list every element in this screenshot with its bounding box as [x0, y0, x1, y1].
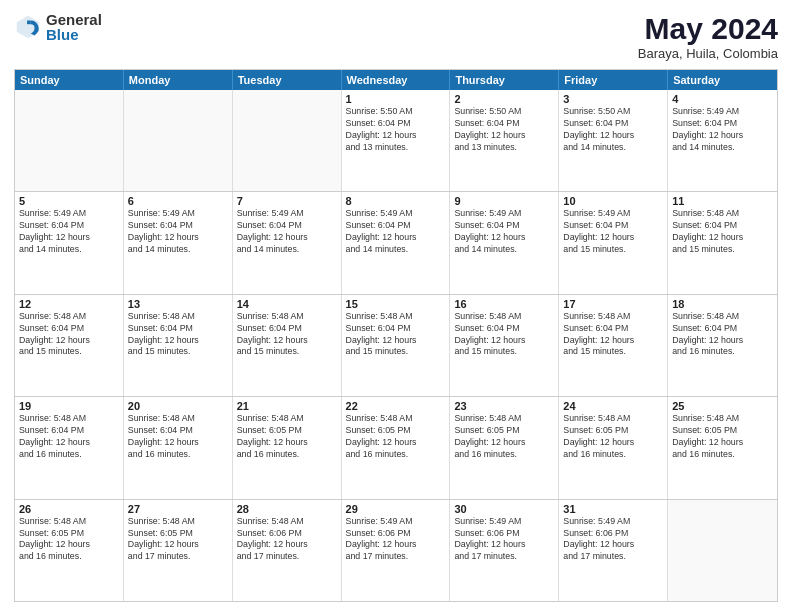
calendar-header-row: SundayMondayTuesdayWednesdayThursdayFrid…: [15, 70, 777, 90]
calendar-cell: 2Sunrise: 5:50 AM Sunset: 6:04 PM Daylig…: [450, 90, 559, 191]
day-number: 26: [19, 503, 119, 515]
header: General Blue May 2024 Baraya, Huila, Col…: [14, 12, 778, 61]
calendar-cell: 17Sunrise: 5:48 AM Sunset: 6:04 PM Dayli…: [559, 295, 668, 396]
day-number: 12: [19, 298, 119, 310]
calendar-cell: 10Sunrise: 5:49 AM Sunset: 6:04 PM Dayli…: [559, 192, 668, 293]
calendar-cell: 28Sunrise: 5:48 AM Sunset: 6:06 PM Dayli…: [233, 500, 342, 601]
day-number: 11: [672, 195, 773, 207]
calendar-header-cell: Wednesday: [342, 70, 451, 90]
main-title: May 2024: [638, 12, 778, 46]
cell-info: Sunrise: 5:49 AM Sunset: 6:04 PM Dayligh…: [672, 106, 773, 154]
calendar-cell: 25Sunrise: 5:48 AM Sunset: 6:05 PM Dayli…: [668, 397, 777, 498]
day-number: 22: [346, 400, 446, 412]
calendar: SundayMondayTuesdayWednesdayThursdayFrid…: [14, 69, 778, 602]
cell-info: Sunrise: 5:48 AM Sunset: 6:05 PM Dayligh…: [237, 413, 337, 461]
calendar-cell: 3Sunrise: 5:50 AM Sunset: 6:04 PM Daylig…: [559, 90, 668, 191]
day-number: 27: [128, 503, 228, 515]
day-number: 30: [454, 503, 554, 515]
day-number: 1: [346, 93, 446, 105]
cell-info: Sunrise: 5:49 AM Sunset: 6:04 PM Dayligh…: [19, 208, 119, 256]
subtitle: Baraya, Huila, Colombia: [638, 46, 778, 61]
cell-info: Sunrise: 5:49 AM Sunset: 6:04 PM Dayligh…: [346, 208, 446, 256]
cell-info: Sunrise: 5:48 AM Sunset: 6:04 PM Dayligh…: [672, 311, 773, 359]
day-number: 16: [454, 298, 554, 310]
calendar-cell: 4Sunrise: 5:49 AM Sunset: 6:04 PM Daylig…: [668, 90, 777, 191]
day-number: 17: [563, 298, 663, 310]
calendar-cell: 18Sunrise: 5:48 AM Sunset: 6:04 PM Dayli…: [668, 295, 777, 396]
cell-info: Sunrise: 5:48 AM Sunset: 6:04 PM Dayligh…: [672, 208, 773, 256]
calendar-header-cell: Saturday: [668, 70, 777, 90]
cell-info: Sunrise: 5:48 AM Sunset: 6:04 PM Dayligh…: [454, 311, 554, 359]
cell-info: Sunrise: 5:50 AM Sunset: 6:04 PM Dayligh…: [454, 106, 554, 154]
cell-info: Sunrise: 5:50 AM Sunset: 6:04 PM Dayligh…: [563, 106, 663, 154]
logo-general-text: General: [46, 12, 102, 27]
day-number: 21: [237, 400, 337, 412]
cell-info: Sunrise: 5:48 AM Sunset: 6:04 PM Dayligh…: [19, 311, 119, 359]
day-number: 28: [237, 503, 337, 515]
calendar-header-cell: Thursday: [450, 70, 559, 90]
day-number: 23: [454, 400, 554, 412]
calendar-cell: 30Sunrise: 5:49 AM Sunset: 6:06 PM Dayli…: [450, 500, 559, 601]
calendar-cell: [233, 90, 342, 191]
cell-info: Sunrise: 5:48 AM Sunset: 6:05 PM Dayligh…: [454, 413, 554, 461]
calendar-cell: 12Sunrise: 5:48 AM Sunset: 6:04 PM Dayli…: [15, 295, 124, 396]
title-block: May 2024 Baraya, Huila, Colombia: [638, 12, 778, 61]
cell-info: Sunrise: 5:48 AM Sunset: 6:04 PM Dayligh…: [128, 413, 228, 461]
calendar-cell: 8Sunrise: 5:49 AM Sunset: 6:04 PM Daylig…: [342, 192, 451, 293]
day-number: 24: [563, 400, 663, 412]
logo: General Blue: [14, 12, 102, 42]
day-number: 25: [672, 400, 773, 412]
calendar-cell: 23Sunrise: 5:48 AM Sunset: 6:05 PM Dayli…: [450, 397, 559, 498]
day-number: 10: [563, 195, 663, 207]
calendar-cell: 15Sunrise: 5:48 AM Sunset: 6:04 PM Dayli…: [342, 295, 451, 396]
logo-blue-text: Blue: [46, 27, 102, 42]
day-number: 20: [128, 400, 228, 412]
calendar-cell: 22Sunrise: 5:48 AM Sunset: 6:05 PM Dayli…: [342, 397, 451, 498]
calendar-cell: 20Sunrise: 5:48 AM Sunset: 6:04 PM Dayli…: [124, 397, 233, 498]
day-number: 9: [454, 195, 554, 207]
calendar-cell: 19Sunrise: 5:48 AM Sunset: 6:04 PM Dayli…: [15, 397, 124, 498]
logo-icon: [14, 13, 42, 41]
cell-info: Sunrise: 5:48 AM Sunset: 6:04 PM Dayligh…: [346, 311, 446, 359]
calendar-header-cell: Monday: [124, 70, 233, 90]
calendar-cell: 16Sunrise: 5:48 AM Sunset: 6:04 PM Dayli…: [450, 295, 559, 396]
calendar-cell: [124, 90, 233, 191]
day-number: 29: [346, 503, 446, 515]
page: General Blue May 2024 Baraya, Huila, Col…: [0, 0, 792, 612]
calendar-week: 5Sunrise: 5:49 AM Sunset: 6:04 PM Daylig…: [15, 192, 777, 294]
cell-info: Sunrise: 5:48 AM Sunset: 6:05 PM Dayligh…: [672, 413, 773, 461]
cell-info: Sunrise: 5:49 AM Sunset: 6:04 PM Dayligh…: [237, 208, 337, 256]
day-number: 2: [454, 93, 554, 105]
day-number: 14: [237, 298, 337, 310]
cell-info: Sunrise: 5:48 AM Sunset: 6:06 PM Dayligh…: [237, 516, 337, 564]
calendar-cell: [15, 90, 124, 191]
calendar-cell: 27Sunrise: 5:48 AM Sunset: 6:05 PM Dayli…: [124, 500, 233, 601]
calendar-header-cell: Tuesday: [233, 70, 342, 90]
cell-info: Sunrise: 5:49 AM Sunset: 6:04 PM Dayligh…: [128, 208, 228, 256]
cell-info: Sunrise: 5:48 AM Sunset: 6:04 PM Dayligh…: [19, 413, 119, 461]
day-number: 31: [563, 503, 663, 515]
cell-info: Sunrise: 5:48 AM Sunset: 6:05 PM Dayligh…: [563, 413, 663, 461]
calendar-header-cell: Sunday: [15, 70, 124, 90]
logo-text: General Blue: [46, 12, 102, 42]
day-number: 5: [19, 195, 119, 207]
calendar-week: 19Sunrise: 5:48 AM Sunset: 6:04 PM Dayli…: [15, 397, 777, 499]
day-number: 7: [237, 195, 337, 207]
cell-info: Sunrise: 5:49 AM Sunset: 6:04 PM Dayligh…: [454, 208, 554, 256]
day-number: 8: [346, 195, 446, 207]
day-number: 6: [128, 195, 228, 207]
cell-info: Sunrise: 5:48 AM Sunset: 6:04 PM Dayligh…: [563, 311, 663, 359]
day-number: 3: [563, 93, 663, 105]
calendar-cell: 7Sunrise: 5:49 AM Sunset: 6:04 PM Daylig…: [233, 192, 342, 293]
day-number: 13: [128, 298, 228, 310]
cell-info: Sunrise: 5:49 AM Sunset: 6:06 PM Dayligh…: [346, 516, 446, 564]
day-number: 15: [346, 298, 446, 310]
calendar-header-cell: Friday: [559, 70, 668, 90]
calendar-week: 12Sunrise: 5:48 AM Sunset: 6:04 PM Dayli…: [15, 295, 777, 397]
cell-info: Sunrise: 5:49 AM Sunset: 6:04 PM Dayligh…: [563, 208, 663, 256]
calendar-cell: 5Sunrise: 5:49 AM Sunset: 6:04 PM Daylig…: [15, 192, 124, 293]
calendar-cell: 1Sunrise: 5:50 AM Sunset: 6:04 PM Daylig…: [342, 90, 451, 191]
day-number: 18: [672, 298, 773, 310]
calendar-cell: 31Sunrise: 5:49 AM Sunset: 6:06 PM Dayli…: [559, 500, 668, 601]
cell-info: Sunrise: 5:48 AM Sunset: 6:04 PM Dayligh…: [237, 311, 337, 359]
